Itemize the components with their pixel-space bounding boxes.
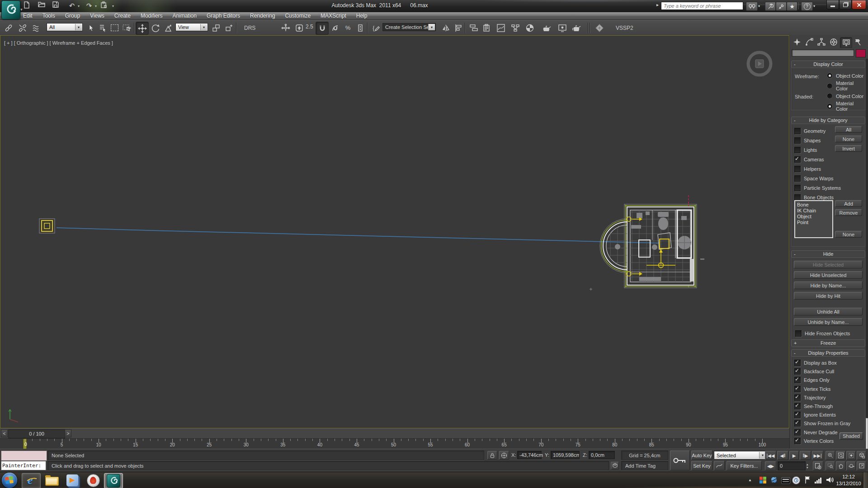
- menu-customize[interactable]: Customize: [280, 13, 316, 19]
- curve-editor-icon[interactable]: [495, 22, 507, 34]
- object-name-field[interactable]: [792, 49, 854, 56]
- tab-utilities[interactable]: [852, 37, 863, 47]
- z-coordinate-field[interactable]: 0,0cm: [589, 451, 615, 459]
- quick-render-icon[interactable]: [571, 22, 583, 34]
- select-object-icon[interactable]: [85, 22, 97, 34]
- floorplan[interactable]: [600, 204, 697, 288]
- help-button[interactable]: ?: [801, 2, 813, 11]
- display-property-backface-cull[interactable]: Backface Cull: [794, 368, 850, 375]
- frame-back-button[interactable]: <: [1, 429, 8, 437]
- hide-by-hit-button[interactable]: Hide by Hit: [794, 292, 863, 300]
- new-file-button[interactable]: [24, 1, 35, 10]
- select-and-scale-icon[interactable]: [162, 22, 174, 34]
- tray-sync-arrows-icon[interactable]: [770, 476, 778, 483]
- layer-list-icon[interactable]: [467, 22, 480, 34]
- schematic-view-icon[interactable]: [509, 22, 521, 34]
- menu-help[interactable]: Help: [351, 13, 373, 19]
- rendered-frame-window-icon[interactable]: [556, 22, 568, 34]
- select-and-link-icon[interactable]: [2, 22, 14, 34]
- select-and-move-icon[interactable]: [136, 22, 149, 35]
- viewcube[interactable]: [748, 52, 771, 75]
- menu-edit[interactable]: Edit: [18, 13, 38, 19]
- radio-wireframe-object-color[interactable]: Object Color: [827, 73, 863, 79]
- tray-network-icon[interactable]: [815, 477, 822, 483]
- taskbar-nero[interactable]: [84, 473, 102, 488]
- key-mode-toggle-button[interactable]: ◀▶: [765, 461, 776, 470]
- subscription-wrench-icon[interactable]: [765, 2, 776, 11]
- vssp2-plugin-icon[interactable]: [593, 22, 605, 34]
- set-key-button[interactable]: Set Key: [691, 461, 712, 470]
- layer-manager-icon[interactable]: [480, 22, 492, 34]
- save-file-button[interactable]: [52, 1, 64, 10]
- search-input[interactable]: [661, 2, 743, 10]
- rollout-header-freeze[interactable]: +Freeze: [791, 339, 865, 347]
- isolate-selection-icon[interactable]: [611, 462, 619, 469]
- angle-snap-toggle-icon[interactable]: [329, 22, 341, 34]
- key-mode-dropdown[interactable]: Selected▾: [714, 451, 767, 460]
- category-invert-button[interactable]: Invert: [835, 145, 862, 152]
- maxscript-mini-listener[interactable]: [1, 450, 47, 461]
- select-by-name-icon[interactable]: [97, 22, 109, 34]
- object-color-swatch[interactable]: [856, 49, 866, 57]
- menu-tools[interactable]: Tools: [38, 13, 60, 19]
- tab-modify[interactable]: [803, 37, 815, 47]
- radio-shaded-material-color[interactable]: Material Color: [827, 101, 865, 112]
- edit-named-selection-sets-icon[interactable]: {: [370, 22, 382, 34]
- tray-volume-icon[interactable]: [826, 476, 834, 484]
- unhide-all-button[interactable]: Unhide All: [794, 308, 863, 315]
- move-gizmo[interactable]: [646, 249, 675, 268]
- rollout-header-display-properties[interactable]: -Display Properties: [791, 349, 865, 357]
- tray-input-device-icon[interactable]: [781, 477, 790, 484]
- menu-animation[interactable]: Animation: [168, 13, 202, 19]
- rollout-header-hide[interactable]: -Hide: [791, 250, 865, 258]
- manipulator-gizmo-icon[interactable]: [279, 22, 292, 34]
- zoom-all-icon[interactable]: [836, 451, 845, 460]
- camera-helper[interactable]: [39, 219, 55, 233]
- menu-rendering[interactable]: Rendering: [245, 13, 280, 19]
- display-property-display-as-box[interactable]: Display as Box: [794, 360, 850, 366]
- search-options-caret-icon[interactable]: ▾: [758, 4, 760, 8]
- help-caret-icon[interactable]: ▾: [813, 4, 815, 8]
- redo-caret-icon[interactable]: ▾: [95, 4, 97, 8]
- display-property-trajectory[interactable]: Trajectory: [794, 394, 850, 401]
- go-to-end-button[interactable]: ▶▶|: [812, 451, 823, 460]
- zoom-extents-all-icon[interactable]: [857, 451, 866, 460]
- taskbar-clock[interactable]: 12:12 13/12/2010: [835, 474, 863, 487]
- play-button[interactable]: ▶: [789, 451, 799, 460]
- add-time-tag[interactable]: Add Time Tag: [621, 461, 668, 470]
- frame-spinner[interactable]: ▴▾: [807, 461, 811, 470]
- undo-caret-icon[interactable]: ▾: [78, 4, 80, 8]
- orbit-icon[interactable]: [846, 461, 856, 470]
- unlink-selection-icon[interactable]: [16, 22, 28, 34]
- named-selection-sets-dropdown[interactable]: Create Selection Se▾: [382, 23, 436, 31]
- display-property-see-through[interactable]: See-Through: [794, 403, 850, 409]
- vertex-colors-shaded-button[interactable]: Shaded: [840, 432, 863, 440]
- tab-hierarchy[interactable]: [816, 37, 827, 47]
- tray-expand-icon[interactable]: ▲: [748, 478, 752, 482]
- tray-device-eject-icon[interactable]: [792, 476, 800, 484]
- menu-graph-editors[interactable]: Graph Editors: [202, 13, 245, 19]
- menu-create[interactable]: Create: [109, 13, 136, 19]
- bind-to-space-warp-icon[interactable]: [30, 22, 42, 34]
- panel-scrollbar[interactable]: [866, 59, 868, 447]
- category-all-button[interactable]: All: [835, 126, 862, 133]
- show-desktop-button[interactable]: [863, 472, 868, 488]
- maxscript-listener-input[interactable]: PainterInter:: [1, 461, 46, 470]
- snap-toggle-value[interactable]: 2.5: [306, 23, 313, 30]
- material-editor-icon[interactable]: [524, 22, 536, 34]
- taskbar-internet-explorer[interactable]: e: [22, 473, 41, 488]
- start-button[interactable]: [2, 473, 17, 488]
- time-ruler[interactable]: 0 51015202530354045505560657075808590951…: [0, 438, 789, 450]
- x-coordinate-field[interactable]: -43,746cm: [517, 451, 542, 459]
- select-and-manipulate-icon[interactable]: [222, 22, 235, 34]
- category-checkbox-bone-objects[interactable]: Bone Objects: [794, 194, 841, 201]
- restore-button[interactable]: [839, 0, 852, 9]
- menu-modifiers[interactable]: Modifiers: [136, 13, 168, 19]
- hide-by-name-button[interactable]: Hide by Name...: [794, 282, 863, 289]
- tab-motion[interactable]: [828, 37, 839, 47]
- redo-button[interactable]: ↷: [83, 1, 95, 10]
- render-setup-icon[interactable]: [541, 22, 553, 34]
- open-file-button[interactable]: [38, 1, 50, 10]
- menu-views[interactable]: Views: [85, 13, 109, 19]
- go-to-start-button[interactable]: |◀◀: [765, 451, 776, 460]
